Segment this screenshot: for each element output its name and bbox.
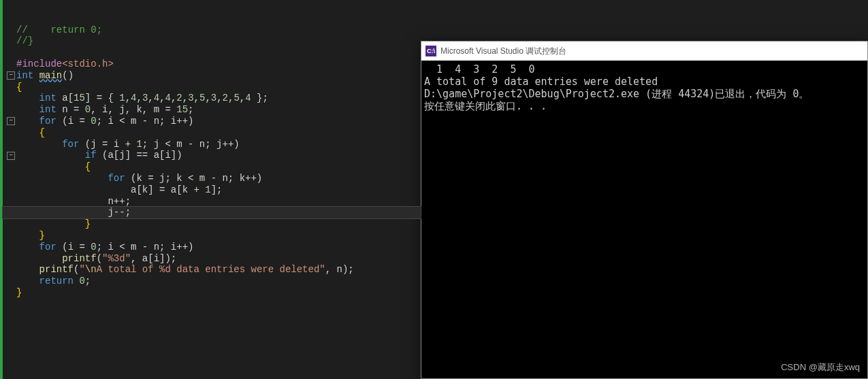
fold-gutter-cell: −: [3, 71, 16, 80]
code-line[interactable]: j--;: [3, 207, 421, 218]
code-text: #include<stdio.h>: [16, 59, 114, 70]
code-line[interactable]: #include<stdio.h>: [3, 59, 421, 70]
code-text: int main(): [16, 70, 74, 82]
code-text: int n = 0, i, j, k, m = 15;: [16, 104, 194, 116]
watermark-text: CSDN @藏原走xwq: [781, 361, 860, 374]
code-text: }: [16, 230, 45, 242]
code-text: a[k] = a[k + 1];: [16, 184, 222, 196]
code-text: n++;: [16, 196, 131, 208]
code-line[interactable]: //}: [3, 35, 421, 47]
collapse-icon[interactable]: −: [7, 152, 15, 160]
console-app-icon: C:\: [425, 46, 436, 56]
code-text: for (i = 0; i < m - n; i++): [16, 242, 193, 253]
code-text: //}: [16, 35, 33, 47]
code-text: for (i = 0; i < m - n; i++): [16, 116, 193, 127]
code-text: return 0;: [16, 276, 91, 287]
debug-console-window[interactable]: C:\ Microsoft Visual Studio 调试控制台 1 4 3 …: [421, 41, 868, 379]
code-line[interactable]: for (k = j; k < m - n; k++): [3, 173, 421, 184]
code-line[interactable]: printf("\nA total of %d data entries wer…: [3, 264, 421, 276]
console-output: 1 4 3 2 5 0 A total of 9 data entries we…: [421, 61, 867, 115]
code-line[interactable]: int n = 0, i, j, k, m = 15;: [3, 104, 421, 116]
code-text: j--;: [16, 207, 131, 218]
fold-gutter-cell: −: [3, 117, 16, 125]
code-text: }: [16, 287, 22, 299]
code-text: // return 0;: [16, 24, 102, 36]
code-text: for (k = j; k < m - n; k++): [16, 173, 262, 184]
code-line[interactable]: }: [3, 218, 421, 230]
code-line[interactable]: n++;: [3, 196, 421, 208]
code-line[interactable]: for (j = i + 1; j < m - n; j++): [3, 139, 421, 150]
code-line[interactable]: }: [3, 230, 421, 242]
code-line[interactable]: {: [3, 82, 421, 93]
code-line[interactable]: {: [3, 161, 421, 173]
fold-gutter-cell: −: [3, 152, 16, 160]
code-text: int a[15] = { 1,4,3,4,4,2,3,5,3,2,5,4 };: [16, 93, 268, 104]
code-text: {: [16, 127, 45, 139]
background-fill: [421, 0, 868, 41]
code-line[interactable]: − if (a[j] == a[i]): [3, 150, 421, 161]
code-line[interactable]: // return 0;: [3, 24, 421, 36]
code-text: {: [16, 82, 22, 93]
code-line[interactable]: [3, 47, 421, 59]
code-line[interactable]: a[k] = a[k + 1];: [3, 184, 421, 196]
code-text: printf("\nA total of %d data entries wer…: [16, 264, 354, 276]
code-line[interactable]: return 0;: [3, 276, 421, 287]
code-area[interactable]: // return 0;//}#include<stdio.h>−int mai…: [3, 0, 421, 379]
code-editor[interactable]: // return 0;//}#include<stdio.h>−int mai…: [0, 0, 421, 379]
code-line[interactable]: printf("%3d", a[i]);: [3, 253, 421, 265]
code-text: if (a[j] == a[i]): [16, 150, 182, 161]
collapse-icon[interactable]: −: [7, 117, 15, 125]
console-title-text: Microsoft Visual Studio 调试控制台: [440, 46, 566, 57]
code-line[interactable]: −int main(): [3, 70, 421, 82]
code-text: for (j = i + 1; j < m - n; j++): [16, 139, 240, 150]
code-text: {: [16, 161, 91, 173]
code-line[interactable]: int a[15] = { 1,4,3,4,4,2,3,5,3,2,5,4 };: [3, 93, 421, 104]
code-line[interactable]: − for (i = 0; i < m - n; i++): [3, 116, 421, 127]
code-line[interactable]: }: [3, 287, 421, 299]
console-titlebar[interactable]: C:\ Microsoft Visual Studio 调试控制台: [421, 42, 867, 61]
code-text: }: [16, 218, 91, 230]
collapse-icon[interactable]: −: [7, 71, 15, 80]
code-line[interactable]: for (i = 0; i < m - n; i++): [3, 242, 421, 253]
code-text: printf("%3d", a[i]);: [16, 253, 176, 265]
code-line[interactable]: {: [3, 127, 421, 139]
